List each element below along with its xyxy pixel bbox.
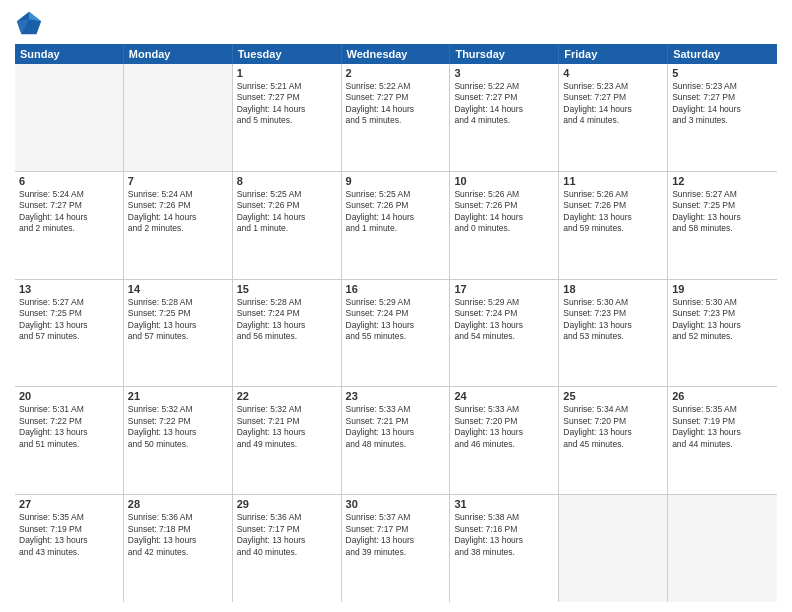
- day-number: 28: [128, 498, 228, 510]
- day-number: 29: [237, 498, 337, 510]
- cal-cell: 1Sunrise: 5:21 AMSunset: 7:27 PMDaylight…: [233, 64, 342, 171]
- header-day-friday: Friday: [559, 44, 668, 64]
- cell-line4: and 2 minutes.: [128, 223, 228, 234]
- cell-line3: Daylight: 13 hours: [563, 320, 663, 331]
- cell-line2: Sunset: 7:21 PM: [346, 416, 446, 427]
- cal-cell: 23Sunrise: 5:33 AMSunset: 7:21 PMDayligh…: [342, 387, 451, 494]
- cell-line2: Sunset: 7:16 PM: [454, 524, 554, 535]
- header-day-thursday: Thursday: [450, 44, 559, 64]
- day-number: 23: [346, 390, 446, 402]
- cell-line4: and 4 minutes.: [563, 115, 663, 126]
- cell-line2: Sunset: 7:26 PM: [237, 200, 337, 211]
- header: [15, 10, 777, 38]
- cell-line4: and 58 minutes.: [672, 223, 773, 234]
- cell-line1: Sunrise: 5:29 AM: [454, 297, 554, 308]
- cell-line3: Daylight: 14 hours: [454, 212, 554, 223]
- day-number: 22: [237, 390, 337, 402]
- cal-cell: 29Sunrise: 5:36 AMSunset: 7:17 PMDayligh…: [233, 495, 342, 602]
- cell-line4: and 4 minutes.: [454, 115, 554, 126]
- cal-cell: 30Sunrise: 5:37 AMSunset: 7:17 PMDayligh…: [342, 495, 451, 602]
- cal-cell: 7Sunrise: 5:24 AMSunset: 7:26 PMDaylight…: [124, 172, 233, 279]
- cell-line4: and 5 minutes.: [346, 115, 446, 126]
- cell-line2: Sunset: 7:27 PM: [563, 92, 663, 103]
- day-number: 17: [454, 283, 554, 295]
- cal-cell: [668, 495, 777, 602]
- cell-line2: Sunset: 7:23 PM: [563, 308, 663, 319]
- cell-line1: Sunrise: 5:22 AM: [346, 81, 446, 92]
- cell-line4: and 55 minutes.: [346, 331, 446, 342]
- cell-line2: Sunset: 7:23 PM: [672, 308, 773, 319]
- cell-line3: Daylight: 14 hours: [346, 212, 446, 223]
- cell-line2: Sunset: 7:22 PM: [128, 416, 228, 427]
- cell-line4: and 43 minutes.: [19, 547, 119, 558]
- cal-cell: 26Sunrise: 5:35 AMSunset: 7:19 PMDayligh…: [668, 387, 777, 494]
- cell-line4: and 54 minutes.: [454, 331, 554, 342]
- cell-line3: Daylight: 14 hours: [237, 212, 337, 223]
- cell-line3: Daylight: 14 hours: [563, 104, 663, 115]
- cell-line2: Sunset: 7:25 PM: [19, 308, 119, 319]
- cell-line3: Daylight: 13 hours: [128, 535, 228, 546]
- day-number: 1: [237, 67, 337, 79]
- day-number: 4: [563, 67, 663, 79]
- cell-line1: Sunrise: 5:32 AM: [128, 404, 228, 415]
- cell-line4: and 0 minutes.: [454, 223, 554, 234]
- cell-line4: and 1 minute.: [237, 223, 337, 234]
- cal-cell: 27Sunrise: 5:35 AMSunset: 7:19 PMDayligh…: [15, 495, 124, 602]
- cal-cell: 11Sunrise: 5:26 AMSunset: 7:26 PMDayligh…: [559, 172, 668, 279]
- cell-line1: Sunrise: 5:36 AM: [128, 512, 228, 523]
- cell-line3: Daylight: 13 hours: [346, 427, 446, 438]
- cal-cell: 19Sunrise: 5:30 AMSunset: 7:23 PMDayligh…: [668, 280, 777, 387]
- cell-line2: Sunset: 7:17 PM: [346, 524, 446, 535]
- cell-line2: Sunset: 7:20 PM: [454, 416, 554, 427]
- cal-cell: 6Sunrise: 5:24 AMSunset: 7:27 PMDaylight…: [15, 172, 124, 279]
- cell-line1: Sunrise: 5:25 AM: [346, 189, 446, 200]
- cell-line3: Daylight: 13 hours: [563, 427, 663, 438]
- cell-line4: and 46 minutes.: [454, 439, 554, 450]
- cell-line4: and 2 minutes.: [19, 223, 119, 234]
- cell-line1: Sunrise: 5:23 AM: [563, 81, 663, 92]
- cell-line1: Sunrise: 5:36 AM: [237, 512, 337, 523]
- day-number: 24: [454, 390, 554, 402]
- cell-line2: Sunset: 7:24 PM: [237, 308, 337, 319]
- cell-line2: Sunset: 7:25 PM: [128, 308, 228, 319]
- calendar-header: SundayMondayTuesdayWednesdayThursdayFrid…: [15, 44, 777, 64]
- cell-line1: Sunrise: 5:37 AM: [346, 512, 446, 523]
- cal-cell: 3Sunrise: 5:22 AMSunset: 7:27 PMDaylight…: [450, 64, 559, 171]
- cell-line1: Sunrise: 5:28 AM: [237, 297, 337, 308]
- cell-line3: Daylight: 13 hours: [563, 212, 663, 223]
- header-day-sunday: Sunday: [15, 44, 124, 64]
- cal-cell: 28Sunrise: 5:36 AMSunset: 7:18 PMDayligh…: [124, 495, 233, 602]
- cell-line1: Sunrise: 5:32 AM: [237, 404, 337, 415]
- cell-line2: Sunset: 7:19 PM: [672, 416, 773, 427]
- cell-line1: Sunrise: 5:38 AM: [454, 512, 554, 523]
- cell-line1: Sunrise: 5:35 AM: [672, 404, 773, 415]
- cell-line3: Daylight: 13 hours: [346, 320, 446, 331]
- cal-cell: 10Sunrise: 5:26 AMSunset: 7:26 PMDayligh…: [450, 172, 559, 279]
- day-number: 2: [346, 67, 446, 79]
- cell-line4: and 59 minutes.: [563, 223, 663, 234]
- cell-line2: Sunset: 7:25 PM: [672, 200, 773, 211]
- cal-cell: 2Sunrise: 5:22 AMSunset: 7:27 PMDaylight…: [342, 64, 451, 171]
- cell-line3: Daylight: 14 hours: [454, 104, 554, 115]
- cell-line1: Sunrise: 5:25 AM: [237, 189, 337, 200]
- cell-line4: and 49 minutes.: [237, 439, 337, 450]
- cell-line2: Sunset: 7:17 PM: [237, 524, 337, 535]
- cell-line4: and 44 minutes.: [672, 439, 773, 450]
- cell-line2: Sunset: 7:22 PM: [19, 416, 119, 427]
- cell-line4: and 57 minutes.: [19, 331, 119, 342]
- cal-cell: [124, 64, 233, 171]
- cell-line3: Daylight: 13 hours: [237, 535, 337, 546]
- header-day-monday: Monday: [124, 44, 233, 64]
- cell-line4: and 45 minutes.: [563, 439, 663, 450]
- cell-line2: Sunset: 7:24 PM: [346, 308, 446, 319]
- cal-cell: 22Sunrise: 5:32 AMSunset: 7:21 PMDayligh…: [233, 387, 342, 494]
- cell-line2: Sunset: 7:26 PM: [563, 200, 663, 211]
- cell-line1: Sunrise: 5:22 AM: [454, 81, 554, 92]
- cell-line1: Sunrise: 5:29 AM: [346, 297, 446, 308]
- cell-line4: and 40 minutes.: [237, 547, 337, 558]
- logo: [15, 10, 47, 38]
- header-day-saturday: Saturday: [668, 44, 777, 64]
- logo-icon: [15, 10, 43, 38]
- cal-cell: 14Sunrise: 5:28 AMSunset: 7:25 PMDayligh…: [124, 280, 233, 387]
- day-number: 15: [237, 283, 337, 295]
